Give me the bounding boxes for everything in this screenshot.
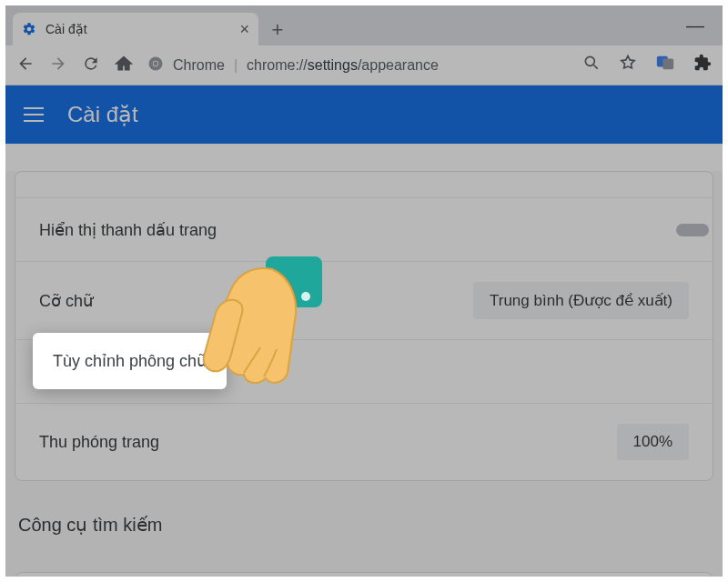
svg-point-8 (301, 292, 310, 301)
highlight-label: Tùy chỉnh phông chữ (53, 352, 207, 370)
pointing-hand-illustration (195, 256, 322, 396)
